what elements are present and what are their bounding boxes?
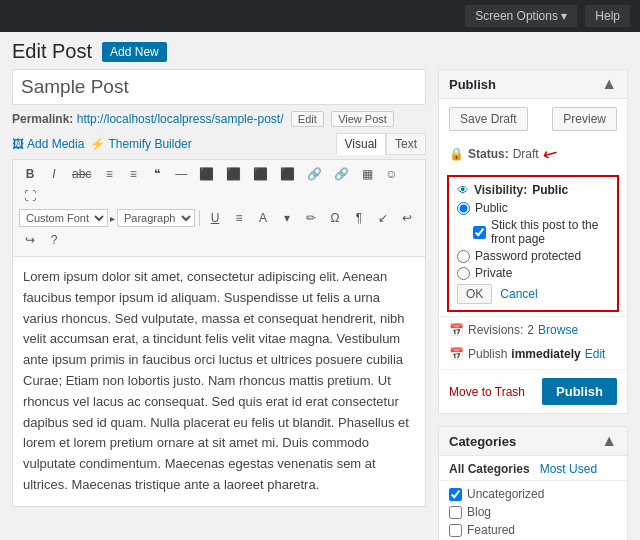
hr-button[interactable]: — — [170, 164, 192, 184]
strikethrough-button[interactable]: abc — [67, 164, 96, 184]
password-radio-label[interactable]: Password protected — [475, 249, 581, 263]
categories-box-header: Categories ▲ — [439, 427, 627, 456]
italic-button[interactable]: I — [43, 164, 65, 184]
category-checkbox[interactable] — [449, 506, 462, 519]
publish-label: Publish — [468, 347, 507, 361]
revisions-browse-link[interactable]: Browse — [538, 323, 578, 337]
ok-button[interactable]: OK — [457, 284, 492, 304]
redo-button[interactable]: ↪ — [19, 230, 41, 250]
outdent-button[interactable]: ↙ — [372, 208, 394, 228]
text-color-arrow[interactable]: ▾ — [276, 208, 298, 228]
status-label: Status: — [468, 147, 509, 161]
toolbar-row-2: Custom Font ▸ Paragraph U ≡ A ▾ ✏ Ω ¶ ↙ … — [19, 208, 419, 250]
publish-footer-row: Move to Trash Publish — [439, 369, 627, 413]
special-char-button[interactable]: Ω — [324, 208, 346, 228]
page-header: Edit Post Add New — [0, 32, 640, 69]
themify-builder-button[interactable]: ⚡ Themify Builder — [90, 133, 191, 155]
undo-button[interactable]: ↩ — [396, 208, 418, 228]
editor-meta-buttons: 🖼 Add Media ⚡ Themify Builder Visual Tex… — [12, 133, 426, 155]
move-to-trash-button[interactable]: Move to Trash — [449, 385, 525, 399]
post-title-input[interactable] — [12, 69, 426, 105]
cat-tab-all[interactable]: All Categories — [449, 462, 530, 476]
publish-collapse-button[interactable]: ▲ — [601, 76, 617, 92]
permalink-label: Permalink: — [12, 112, 73, 126]
paste-button[interactable]: ✏ — [300, 208, 322, 228]
publish-actions-row: Save Draft Preview — [439, 99, 627, 139]
screen-options-button[interactable]: Screen Options ▾ — [465, 5, 577, 27]
private-radio[interactable] — [457, 267, 470, 280]
align-center-button[interactable]: ⬛ — [221, 164, 246, 184]
indent-button[interactable]: ¶ — [348, 208, 370, 228]
permalink-row: Permalink: http://localhost/localpress/s… — [12, 111, 426, 127]
page-title: Edit Post — [12, 40, 92, 63]
font-family-select[interactable]: Custom Font — [19, 209, 108, 227]
insert-table-button[interactable]: ▦ — [356, 164, 378, 184]
list-item: Uncategorized — [449, 487, 617, 501]
cat-tab-most-used[interactable]: Most Used — [540, 462, 597, 476]
blockquote-button[interactable]: ❝ — [146, 164, 168, 184]
preview-button[interactable]: Preview — [552, 107, 617, 131]
paragraph-select[interactable]: Paragraph — [117, 209, 195, 227]
private-radio-option: Private — [457, 266, 609, 280]
permalink-view-button[interactable]: View Post — [331, 111, 394, 127]
align-left-button[interactable]: ⬛ — [194, 164, 219, 184]
list-item: Blog — [449, 505, 617, 519]
tab-visual[interactable]: Visual — [336, 133, 386, 155]
category-label[interactable]: Uncategorized — [467, 487, 544, 501]
align-justify-button[interactable]: ⬛ — [275, 164, 300, 184]
text-color-button[interactable]: A — [252, 208, 274, 228]
cancel-button[interactable]: Cancel — [500, 287, 537, 301]
justify-button[interactable]: ≡ — [228, 208, 250, 228]
public-radio-label[interactable]: Public — [475, 201, 508, 215]
public-radio[interactable] — [457, 202, 470, 215]
publish-when-value: immediately — [511, 347, 580, 361]
stick-checkbox-label[interactable]: Stick this post to the front page — [491, 218, 609, 246]
save-draft-button[interactable]: Save Draft — [449, 107, 528, 131]
editor-tabs: Visual Text — [336, 133, 426, 155]
help-editor-button[interactable]: ? — [43, 230, 65, 250]
tab-text[interactable]: Text — [386, 133, 426, 155]
top-bar: Screen Options ▾ Help — [0, 0, 640, 32]
insert-emoji-button[interactable]: ☺ — [380, 164, 402, 184]
ok-cancel-row: OK Cancel — [457, 284, 609, 304]
add-new-button[interactable]: Add New — [102, 42, 167, 62]
password-radio[interactable] — [457, 250, 470, 263]
revisions-count: 2 — [527, 323, 534, 337]
public-radio-option: Public — [457, 201, 609, 215]
help-button[interactable]: Help — [585, 5, 630, 27]
permalink-url[interactable]: http://localhost/localpress/sample-post/ — [77, 112, 284, 126]
insert-link-button[interactable]: 🔗 — [302, 164, 327, 184]
unordered-list-button[interactable]: ≡ — [98, 164, 120, 184]
bold-button[interactable]: B — [19, 164, 41, 184]
stick-checkbox[interactable] — [473, 226, 486, 239]
editor-content-area[interactable]: Lorem ipsum dolor sit amet, consectetur … — [12, 256, 426, 507]
main-layout: Permalink: http://localhost/localpress/s… — [0, 69, 640, 540]
visibility-label: Visibility: — [474, 183, 527, 197]
editor-toolbar: B I abc ≡ ≡ ❝ — ⬛ ⬛ ⬛ ⬛ 🔗 🔗 ▦ ☺ ⛶ Custom… — [12, 159, 426, 256]
underline-button[interactable]: U — [204, 208, 226, 228]
category-label[interactable]: Featured — [467, 523, 515, 537]
publish-button[interactable]: Publish — [542, 378, 617, 405]
category-label[interactable]: Blog — [467, 505, 491, 519]
publish-box-header: Publish ▲ — [439, 70, 627, 99]
align-right-button[interactable]: ⬛ — [248, 164, 273, 184]
visibility-box: 👁 Visibility: Public Public Stick this p… — [447, 175, 619, 312]
separator-1 — [199, 210, 200, 226]
fullscreen-button[interactable]: ⛶ — [19, 186, 41, 206]
list-item: Featured — [449, 523, 617, 537]
remove-link-button[interactable]: 🔗 — [329, 164, 354, 184]
category-checkbox[interactable] — [449, 524, 462, 537]
stick-checkbox-option: Stick this post to the front page — [473, 218, 609, 246]
builder-icon: ⚡ — [90, 137, 105, 151]
ordered-list-button[interactable]: ≡ — [122, 164, 144, 184]
categories-collapse-button[interactable]: ▲ — [601, 433, 617, 449]
add-media-button[interactable]: 🖼 Add Media — [12, 133, 84, 155]
categories-panel-title: Categories — [449, 434, 516, 449]
category-checkbox[interactable] — [449, 488, 462, 501]
toolbar-row-1: B I abc ≡ ≡ ❝ — ⬛ ⬛ ⬛ ⬛ 🔗 🔗 ▦ ☺ ⛶ — [19, 164, 419, 206]
categories-box: Categories ▲ All Categories Most Used Un… — [438, 426, 628, 540]
publish-when-edit-link[interactable]: Edit — [585, 347, 606, 361]
private-radio-label[interactable]: Private — [475, 266, 512, 280]
eye-icon: 👁 — [457, 183, 469, 197]
permalink-edit-button[interactable]: Edit — [291, 111, 324, 127]
